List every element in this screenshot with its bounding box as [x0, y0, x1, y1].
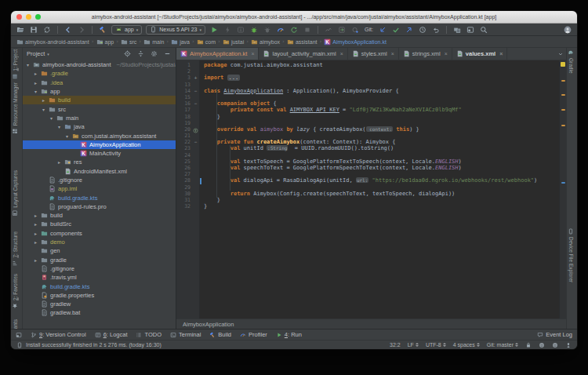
tab-list-button[interactable]	[557, 48, 566, 60]
toolwindow-button-build[interactable]: Build	[209, 331, 231, 338]
tree-expand-arrow-icon[interactable]: ▸	[33, 221, 38, 227]
tree-row[interactable]: ▸gradle	[23, 256, 176, 264]
restart-activity-button[interactable]	[289, 24, 299, 35]
caret-position-widget[interactable]: 32:2	[390, 342, 401, 348]
code-line[interactable]	[204, 68, 559, 75]
gutter-line[interactable]: 28	[176, 177, 199, 184]
error-stripe[interactable]	[559, 60, 566, 319]
toolwindow-switcher-button[interactable]	[16, 332, 22, 338]
tree-row[interactable]: AndroidManifest.xml	[23, 167, 176, 176]
tree-row[interactable]: .travis.yml	[23, 273, 176, 282]
tree-row[interactable]: gen	[23, 246, 176, 255]
gutter-line[interactable]: 18	[176, 114, 199, 120]
tool-strip-device-file-explorer[interactable]: Device File Explorer	[568, 228, 574, 282]
tree-expand-arrow-icon[interactable]: ▸	[56, 159, 62, 165]
tree-row[interactable]: ▸build	[23, 211, 176, 220]
code-line[interactable]	[204, 184, 559, 191]
tree-row[interactable]: ▸demo	[23, 238, 176, 246]
tree-expand-arrow-icon[interactable]: ▾	[25, 62, 31, 67]
editor-breadcrumb[interactable]: AimyboxApplication	[176, 319, 566, 329]
tree-row[interactable]: gradle.properties	[23, 291, 176, 300]
code-line[interactable]: return Aimybox(Config.create(speechToTex…	[204, 191, 559, 197]
code-area[interactable]: 123+1314−1516−171819202122−2324252627282…	[176, 60, 566, 319]
code-line[interactable]: val textToSpeech = GooglePlatformTextToS…	[204, 158, 559, 165]
tree-expand-arrow-icon[interactable]: ▾	[64, 133, 70, 139]
run-button[interactable]	[209, 24, 219, 35]
code-line[interactable]: }	[204, 197, 559, 203]
avatar-button[interactable]	[563, 24, 572, 35]
tree-row[interactable]: KAimyboxApplication	[23, 140, 176, 149]
breadcrumb-item[interactable]: justai	[223, 38, 244, 46]
settings-button[interactable]	[149, 49, 158, 59]
tab-close-icon[interactable]: ×	[340, 51, 343, 56]
code-line[interactable]	[204, 133, 559, 139]
code-line[interactable]: }	[204, 114, 559, 120]
tree-row[interactable]: KMainActivity	[23, 149, 176, 158]
tree-row[interactable]: ▸build	[23, 96, 176, 104]
gutter-line[interactable]: 15	[176, 94, 199, 100]
code-line[interactable]: override val aimybox by lazy { createAim…	[204, 126, 559, 133]
code-line[interactable]: private fun createAimybox(context: Conte…	[204, 139, 559, 145]
hammer-button[interactable]	[98, 24, 107, 35]
device-manager-button[interactable]	[452, 24, 462, 35]
apply-code-changes-button[interactable]	[236, 24, 245, 35]
gutter-line[interactable]: 2	[176, 68, 199, 75]
fold-marker-icon[interactable]: −	[192, 139, 199, 145]
status-selector-lf[interactable]: LF	[408, 341, 419, 348]
toolwindow-button-version-control[interactable]: 9: Version Control	[31, 331, 86, 338]
code-line[interactable]: val dialogApi = RasaDialogApi(unitId, ur…	[204, 177, 559, 184]
running-devices-button[interactable]	[466, 24, 475, 35]
tree-expand-arrow-icon[interactable]: ▸	[33, 231, 38, 236]
status-selector-git-master[interactable]: Git: master	[487, 341, 518, 348]
hide-button[interactable]	[162, 49, 172, 59]
gutter-line[interactable]: 13	[176, 82, 199, 88]
tab-close-icon[interactable]: ×	[445, 51, 448, 56]
stripe-mark[interactable]	[561, 182, 565, 184]
breadcrumb-item[interactable]: src	[121, 38, 136, 46]
tree-row[interactable]: ▾app	[23, 87, 176, 96]
breadcrumb-item[interactable]: java	[171, 38, 190, 46]
status-selector-4-spaces[interactable]: 4 spaces	[453, 341, 480, 348]
tree-row[interactable]: ▸components	[23, 229, 176, 238]
tab-close-icon[interactable]: ×	[251, 51, 254, 56]
gutter-line[interactable]: 22−	[176, 139, 199, 145]
gutter-line[interactable]: 20	[176, 126, 199, 133]
gutter[interactable]: 123+1314−1516−171819202122−2324252627282…	[176, 60, 200, 319]
tree-row[interactable]: ▸.idea	[23, 78, 176, 87]
gutter-line[interactable]: 17	[176, 107, 199, 113]
event-log-button[interactable]: Event Log	[537, 331, 572, 338]
breadcrumb-item[interactable]: KAimyboxApplication.kt	[324, 38, 386, 46]
git-history-button[interactable]	[418, 24, 427, 35]
locate-button[interactable]	[122, 49, 132, 59]
tree-row[interactable]: ▾java	[23, 122, 176, 131]
git-update-button[interactable]	[378, 24, 387, 35]
gutter-line[interactable]: 1	[176, 62, 199, 68]
toolwindow-button-run[interactable]: 4: Run	[276, 331, 302, 338]
code-line[interactable]	[204, 94, 559, 100]
gutter-line[interactable]: 23	[176, 145, 199, 151]
tree-expand-arrow-icon[interactable]: ▾	[56, 124, 62, 129]
apply-changes-button[interactable]	[223, 24, 232, 35]
code-line[interactable]	[204, 120, 559, 126]
fold-marker-icon[interactable]: −	[192, 100, 199, 107]
sync-button[interactable]	[42, 24, 52, 35]
stripe-mark[interactable]	[561, 109, 565, 111]
tree-row[interactable]: build.gradle.kts	[23, 282, 176, 290]
back-button[interactable]	[64, 24, 73, 35]
hector-button[interactable]	[539, 342, 545, 348]
attach-debugger-button[interactable]	[263, 24, 272, 35]
debug-button[interactable]	[249, 24, 259, 35]
code-lines[interactable]: package com.justai.aimybox.assistantimpo…	[200, 60, 559, 319]
gutter-line[interactable]: 24	[176, 152, 199, 158]
tree-row[interactable]: ▸.gradle	[23, 69, 176, 78]
tree-row[interactable]: .gitignore	[23, 264, 176, 273]
tab-strings-xml[interactable]: strings.xml×	[399, 48, 452, 60]
project-panel-title[interactable]: Project	[27, 50, 45, 57]
close-window-button[interactable]	[16, 14, 22, 20]
inspection-status-icon[interactable]	[561, 62, 565, 67]
gutter-line[interactable]: 32	[176, 203, 199, 209]
gutter-line[interactable]: 26	[176, 165, 199, 171]
save-button[interactable]	[29, 24, 38, 35]
fold-marker-icon[interactable]: +	[192, 75, 199, 81]
code-line[interactable]: package com.justai.aimybox.assistant	[204, 62, 559, 68]
